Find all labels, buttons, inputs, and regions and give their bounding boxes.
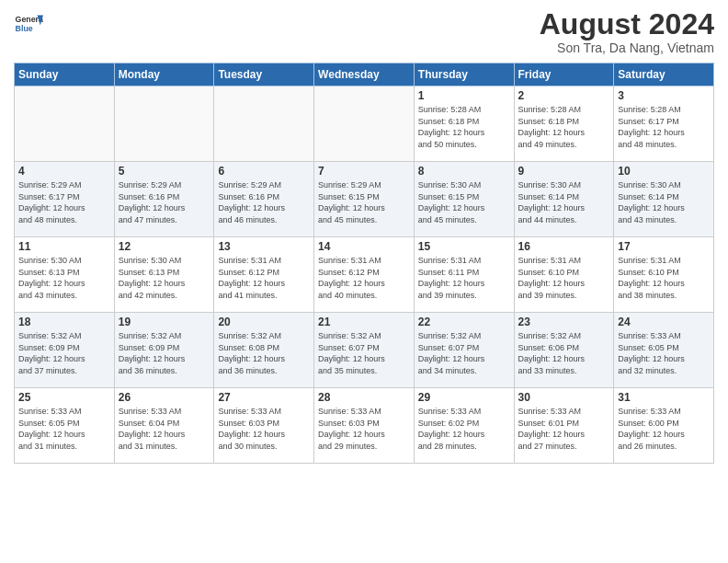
day-info: Sunrise: 5:29 AM Sunset: 6:15 PM Dayligh… xyxy=(318,179,410,225)
week-row-2: 11Sunrise: 5:30 AM Sunset: 6:13 PM Dayli… xyxy=(15,237,714,313)
day-info: Sunrise: 5:28 AM Sunset: 6:17 PM Dayligh… xyxy=(618,104,710,150)
day-info: Sunrise: 5:28 AM Sunset: 6:18 PM Dayligh… xyxy=(518,104,610,150)
week-row-1: 4Sunrise: 5:29 AM Sunset: 6:17 PM Daylig… xyxy=(15,162,714,237)
week-row-4: 25Sunrise: 5:33 AM Sunset: 6:05 PM Dayli… xyxy=(15,388,714,464)
day-number: 17 xyxy=(618,240,710,253)
day-info: Sunrise: 5:31 AM Sunset: 6:12 PM Dayligh… xyxy=(318,255,410,301)
day-info: Sunrise: 5:30 AM Sunset: 6:13 PM Dayligh… xyxy=(18,255,110,301)
day-number: 21 xyxy=(318,316,410,328)
calendar-cell: 10Sunrise: 5:30 AM Sunset: 6:14 PM Dayli… xyxy=(614,162,714,237)
calendar-cell: 30Sunrise: 5:33 AM Sunset: 6:01 PM Dayli… xyxy=(514,388,614,464)
day-info: Sunrise: 5:33 AM Sunset: 6:01 PM Dayligh… xyxy=(518,406,610,452)
calendar-cell: 21Sunrise: 5:32 AM Sunset: 6:07 PM Dayli… xyxy=(314,313,415,388)
day-number: 4 xyxy=(18,165,110,178)
calendar-cell xyxy=(214,86,314,162)
day-number: 7 xyxy=(318,165,410,178)
day-info: Sunrise: 5:29 AM Sunset: 6:16 PM Dayligh… xyxy=(218,179,310,225)
svg-text:Blue: Blue xyxy=(16,24,33,33)
day-number: 30 xyxy=(518,391,610,404)
day-info: Sunrise: 5:32 AM Sunset: 6:08 PM Dayligh… xyxy=(218,330,310,376)
day-number: 22 xyxy=(418,316,510,328)
day-info: Sunrise: 5:32 AM Sunset: 6:06 PM Dayligh… xyxy=(518,330,610,376)
calendar-cell: 16Sunrise: 5:31 AM Sunset: 6:10 PM Dayli… xyxy=(514,237,614,313)
weekday-header-saturday: Saturday xyxy=(614,63,714,86)
calendar-cell: 5Sunrise: 5:29 AM Sunset: 6:16 PM Daylig… xyxy=(114,162,214,237)
day-number: 11 xyxy=(18,240,110,253)
day-number: 8 xyxy=(418,165,510,178)
day-info: Sunrise: 5:29 AM Sunset: 6:16 PM Dayligh… xyxy=(119,179,210,225)
day-info: Sunrise: 5:30 AM Sunset: 6:14 PM Dayligh… xyxy=(618,179,710,225)
day-number: 1 xyxy=(418,89,510,102)
calendar-cell: 28Sunrise: 5:33 AM Sunset: 6:03 PM Dayli… xyxy=(314,388,415,464)
day-info: Sunrise: 5:33 AM Sunset: 6:02 PM Dayligh… xyxy=(418,406,510,452)
calendar-page: General Blue August 2024 Son Tra, Da Nan… xyxy=(0,0,728,563)
day-info: Sunrise: 5:31 AM Sunset: 6:12 PM Dayligh… xyxy=(218,255,310,301)
calendar-cell: 11Sunrise: 5:30 AM Sunset: 6:13 PM Dayli… xyxy=(15,237,115,313)
calendar-cell: 18Sunrise: 5:32 AM Sunset: 6:09 PM Dayli… xyxy=(15,313,115,388)
weekday-header-monday: Monday xyxy=(114,63,214,86)
day-info: Sunrise: 5:32 AM Sunset: 6:07 PM Dayligh… xyxy=(418,330,510,376)
day-number: 13 xyxy=(218,240,310,253)
day-number: 5 xyxy=(119,165,210,178)
week-row-3: 18Sunrise: 5:32 AM Sunset: 6:09 PM Dayli… xyxy=(15,313,714,388)
day-number: 24 xyxy=(618,316,710,328)
calendar-cell xyxy=(314,86,415,162)
calendar-cell: 14Sunrise: 5:31 AM Sunset: 6:12 PM Dayli… xyxy=(314,237,415,313)
calendar-table: SundayMondayTuesdayWednesdayThursdayFrid… xyxy=(14,63,714,464)
day-number: 27 xyxy=(218,391,310,404)
calendar-cell: 4Sunrise: 5:29 AM Sunset: 6:17 PM Daylig… xyxy=(15,162,115,237)
calendar-cell: 23Sunrise: 5:32 AM Sunset: 6:06 PM Dayli… xyxy=(514,313,614,388)
calendar-cell: 26Sunrise: 5:33 AM Sunset: 6:04 PM Dayli… xyxy=(114,388,214,464)
weekday-header-friday: Friday xyxy=(514,63,614,86)
week-row-0: 1Sunrise: 5:28 AM Sunset: 6:18 PM Daylig… xyxy=(15,86,714,162)
calendar-cell: 8Sunrise: 5:30 AM Sunset: 6:15 PM Daylig… xyxy=(414,162,514,237)
title-block: August 2024 Son Tra, Da Nang, Vietnam xyxy=(540,9,714,55)
day-number: 15 xyxy=(418,240,510,253)
day-info: Sunrise: 5:33 AM Sunset: 6:03 PM Dayligh… xyxy=(318,406,410,452)
calendar-cell: 13Sunrise: 5:31 AM Sunset: 6:12 PM Dayli… xyxy=(214,237,314,313)
location: Son Tra, Da Nang, Vietnam xyxy=(540,40,714,55)
weekday-header-wednesday: Wednesday xyxy=(314,63,415,86)
day-number: 26 xyxy=(119,391,210,404)
day-number: 28 xyxy=(318,391,410,404)
calendar-cell: 19Sunrise: 5:32 AM Sunset: 6:09 PM Dayli… xyxy=(114,313,214,388)
day-number: 25 xyxy=(18,391,110,404)
calendar-cell xyxy=(15,86,115,162)
month-year: August 2024 xyxy=(540,9,714,39)
calendar-cell: 24Sunrise: 5:33 AM Sunset: 6:05 PM Dayli… xyxy=(614,313,714,388)
day-number: 9 xyxy=(518,165,610,178)
day-number: 29 xyxy=(418,391,510,404)
calendar-cell: 29Sunrise: 5:33 AM Sunset: 6:02 PM Dayli… xyxy=(414,388,514,464)
weekday-header-thursday: Thursday xyxy=(414,63,514,86)
calendar-cell: 7Sunrise: 5:29 AM Sunset: 6:15 PM Daylig… xyxy=(314,162,415,237)
day-number: 14 xyxy=(318,240,410,253)
calendar-cell: 17Sunrise: 5:31 AM Sunset: 6:10 PM Dayli… xyxy=(614,237,714,313)
day-info: Sunrise: 5:31 AM Sunset: 6:11 PM Dayligh… xyxy=(418,255,510,301)
day-number: 19 xyxy=(119,316,210,328)
calendar-cell: 25Sunrise: 5:33 AM Sunset: 6:05 PM Dayli… xyxy=(15,388,115,464)
day-info: Sunrise: 5:33 AM Sunset: 6:03 PM Dayligh… xyxy=(218,406,310,452)
calendar-cell: 2Sunrise: 5:28 AM Sunset: 6:18 PM Daylig… xyxy=(514,86,614,162)
calendar-cell: 12Sunrise: 5:30 AM Sunset: 6:13 PM Dayli… xyxy=(114,237,214,313)
day-number: 16 xyxy=(518,240,610,253)
weekday-header-row: SundayMondayTuesdayWednesdayThursdayFrid… xyxy=(15,63,714,86)
calendar-cell: 20Sunrise: 5:32 AM Sunset: 6:08 PM Dayli… xyxy=(214,313,314,388)
header: General Blue August 2024 Son Tra, Da Nan… xyxy=(14,9,714,55)
calendar-cell: 3Sunrise: 5:28 AM Sunset: 6:17 PM Daylig… xyxy=(614,86,714,162)
day-info: Sunrise: 5:28 AM Sunset: 6:18 PM Dayligh… xyxy=(418,104,510,150)
day-info: Sunrise: 5:33 AM Sunset: 6:04 PM Dayligh… xyxy=(119,406,210,452)
day-info: Sunrise: 5:30 AM Sunset: 6:13 PM Dayligh… xyxy=(119,255,210,301)
day-info: Sunrise: 5:29 AM Sunset: 6:17 PM Dayligh… xyxy=(18,179,110,225)
day-number: 23 xyxy=(518,316,610,328)
day-info: Sunrise: 5:33 AM Sunset: 6:05 PM Dayligh… xyxy=(618,330,710,376)
weekday-header-tuesday: Tuesday xyxy=(214,63,314,86)
day-number: 2 xyxy=(518,89,610,102)
calendar-cell: 6Sunrise: 5:29 AM Sunset: 6:16 PM Daylig… xyxy=(214,162,314,237)
day-info: Sunrise: 5:32 AM Sunset: 6:07 PM Dayligh… xyxy=(318,330,410,376)
day-info: Sunrise: 5:32 AM Sunset: 6:09 PM Dayligh… xyxy=(119,330,210,376)
calendar-cell: 9Sunrise: 5:30 AM Sunset: 6:14 PM Daylig… xyxy=(514,162,614,237)
calendar-cell: 31Sunrise: 5:33 AM Sunset: 6:00 PM Dayli… xyxy=(614,388,714,464)
day-number: 3 xyxy=(618,89,710,102)
calendar-cell xyxy=(114,86,214,162)
weekday-header-sunday: Sunday xyxy=(15,63,115,86)
